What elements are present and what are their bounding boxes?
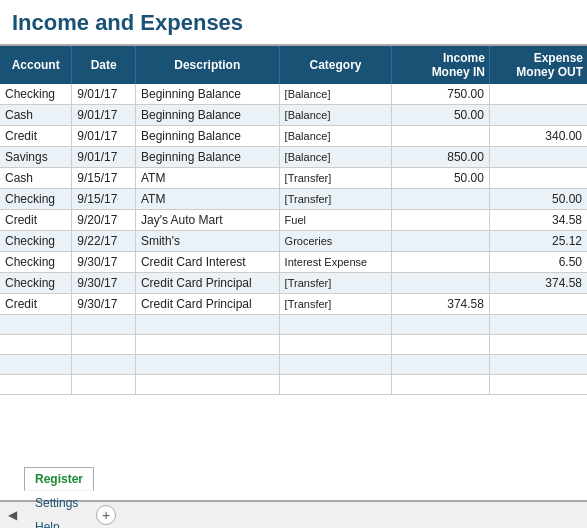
empty-row [0,355,587,375]
cell-category: [Transfer] [279,294,392,315]
cell-income [392,231,489,252]
cell-description: Beginning Balance [135,105,279,126]
cell-income: 750.00 [392,84,489,105]
cell-income: 50.00 [392,168,489,189]
cell-expense [489,84,587,105]
table-row[interactable]: Checking9/30/17Credit Card Principal[Tra… [0,273,587,294]
cell-date: 9/01/17 [72,126,136,147]
cell-date: 9/15/17 [72,189,136,210]
cell-income: 850.00 [392,147,489,168]
cell-date: 9/01/17 [72,105,136,126]
cell-account: Savings [0,147,72,168]
table-row[interactable]: Checking9/15/17ATM[Transfer]50.00 [0,189,587,210]
table-row[interactable]: Cash9/15/17ATM[Transfer]50.00 [0,168,587,189]
cell-category: [Balance] [279,105,392,126]
cell-category: Fuel [279,210,392,231]
tab-settings[interactable]: Settings [24,491,94,515]
empty-row [0,375,587,395]
cell-expense [489,147,587,168]
tab-bar: ◀ RegisterSettingsHelp© + [0,500,587,528]
cell-account: Credit [0,210,72,231]
empty-row [0,315,587,335]
cell-date: 9/30/17 [72,273,136,294]
cell-category: [Transfer] [279,189,392,210]
cell-description: Credit Card Interest [135,252,279,273]
tab-add-button[interactable]: + [96,505,116,525]
cell-expense: 25.12 [489,231,587,252]
cell-description: ATM [135,189,279,210]
cell-account: Checking [0,252,72,273]
cell-income: 50.00 [392,105,489,126]
cell-category: Groceries [279,231,392,252]
cell-date: 9/22/17 [72,231,136,252]
cell-account: Credit [0,294,72,315]
table-row[interactable]: Checking9/01/17Beginning Balance[Balance… [0,84,587,105]
cell-account: Checking [0,189,72,210]
cell-expense [489,105,587,126]
table-row[interactable]: Savings9/01/17Beginning Balance[Balance]… [0,147,587,168]
cell-category: [Balance] [279,84,392,105]
cell-expense [489,294,587,315]
cell-date: 9/15/17 [72,168,136,189]
table-row[interactable]: Credit9/20/17Jay's Auto MartFuel34.58 [0,210,587,231]
cell-description: Smith's [135,231,279,252]
cell-category: [Balance] [279,126,392,147]
cell-date: 9/30/17 [72,252,136,273]
col-header-description: Description [135,46,279,84]
table-container: Account Date Description Category Income… [0,44,587,500]
cell-description: Jay's Auto Mart [135,210,279,231]
tab-register[interactable]: Register [24,467,94,491]
cell-description: Credit Card Principal [135,273,279,294]
tab-help[interactable]: Help [24,515,94,528]
cell-description: Beginning Balance [135,126,279,147]
tab-scroll-left[interactable]: ◀ [4,507,20,523]
cell-account: Checking [0,273,72,294]
income-expense-table: Account Date Description Category Income… [0,46,587,395]
cell-description: Beginning Balance [135,84,279,105]
page-title: Income and Expenses [0,0,587,44]
table-row[interactable]: Credit9/01/17Beginning Balance[Balance]3… [0,126,587,147]
table-row[interactable]: Cash9/01/17Beginning Balance[Balance]50.… [0,105,587,126]
cell-income [392,189,489,210]
cell-income [392,210,489,231]
col-header-account: Account [0,46,72,84]
cell-description: Credit Card Principal [135,294,279,315]
cell-category: [Transfer] [279,168,392,189]
col-header-income: IncomeMoney IN [392,46,489,84]
col-header-date: Date [72,46,136,84]
cell-account: Credit [0,126,72,147]
cell-income [392,252,489,273]
cell-expense: 6.50 [489,252,587,273]
cell-account: Cash [0,168,72,189]
cell-income [392,273,489,294]
table-header-row: Account Date Description Category Income… [0,46,587,84]
cell-date: 9/01/17 [72,147,136,168]
col-header-category: Category [279,46,392,84]
cell-date: 9/20/17 [72,210,136,231]
col-header-expense: ExpenseMoney OUT [489,46,587,84]
cell-date: 9/01/17 [72,84,136,105]
cell-date: 9/30/17 [72,294,136,315]
cell-category: [Transfer] [279,273,392,294]
cell-expense [489,168,587,189]
empty-row [0,335,587,355]
cell-expense: 374.58 [489,273,587,294]
cell-description: ATM [135,168,279,189]
table-row[interactable]: Checking9/30/17Credit Card InterestInter… [0,252,587,273]
cell-account: Checking [0,84,72,105]
cell-description: Beginning Balance [135,147,279,168]
cell-expense: 34.58 [489,210,587,231]
cell-account: Cash [0,105,72,126]
cell-account: Checking [0,231,72,252]
table-row[interactable]: Checking9/22/17Smith'sGroceries25.12 [0,231,587,252]
cell-income: 374.58 [392,294,489,315]
cell-category: Interest Expense [279,252,392,273]
table-row[interactable]: Credit9/30/17Credit Card Principal[Trans… [0,294,587,315]
cell-category: [Balance] [279,147,392,168]
cell-expense: 340.00 [489,126,587,147]
cell-expense: 50.00 [489,189,587,210]
cell-income [392,126,489,147]
